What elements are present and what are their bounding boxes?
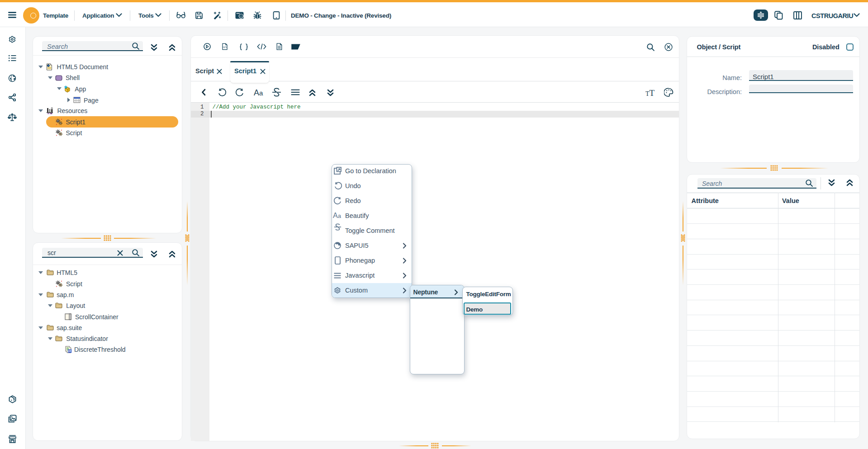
svg-text:1: 1 <box>69 350 71 353</box>
